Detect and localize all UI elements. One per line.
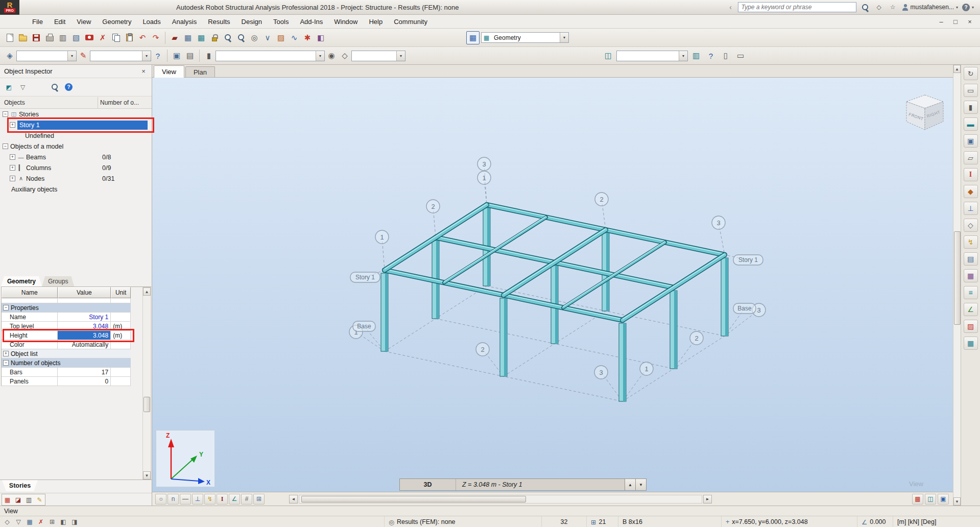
group-selection-icon[interactable]: ◎: [248, 31, 261, 44]
caret-down-icon[interactable]: ▾: [316, 51, 324, 61]
screen-capture-icon[interactable]: ▧: [69, 31, 83, 44]
delete-story-icon[interactable]: ▥: [24, 495, 34, 505]
scroll-right-icon[interactable]: ►: [703, 495, 712, 504]
scroll-down-icon[interactable]: ▼: [953, 497, 961, 506]
tree-column-objects[interactable]: Objects: [0, 97, 98, 108]
material-icon[interactable]: ◆: [964, 185, 978, 198]
tab-view[interactable]: View: [154, 65, 184, 78]
section-display-icon[interactable]: I: [217, 494, 228, 505]
prop-value[interactable]: 17: [58, 368, 111, 376]
grid-row-bars[interactable]: Bars 17: [2, 368, 131, 377]
units-indicator[interactable]: [m] [kN] [Deg]: [893, 516, 940, 527]
close-button[interactable]: ×: [963, 16, 977, 27]
properties-icon[interactable]: ▰: [168, 31, 181, 44]
search-input[interactable]: [738, 2, 856, 12]
tree-item-objects-of-model[interactable]: − Objects of a model: [0, 141, 152, 152]
prop-value[interactable]: 0: [58, 377, 111, 386]
tree-item-nodes[interactable]: + ∧ Nodes 0/31: [0, 173, 152, 184]
copy-icon[interactable]: [109, 31, 123, 44]
scroll-up-icon[interactable]: ▲: [953, 65, 961, 73]
window-cascade-icon[interactable]: ◨: [69, 517, 80, 526]
select-tool-icon[interactable]: ◈: [3, 49, 16, 62]
help-menu[interactable]: ? ▾: [962, 4, 974, 11]
support-icon[interactable]: ⊥: [964, 202, 978, 215]
prop-value[interactable]: Story 1: [58, 313, 111, 321]
story-properties-icon[interactable]: ◪: [13, 495, 23, 505]
release-icon[interactable]: ◇: [964, 219, 978, 232]
display-settings-icon[interactable]: ▤: [183, 49, 197, 62]
collapse-icon[interactable]: −: [3, 143, 8, 149]
caret-down-icon[interactable]: ▾: [679, 51, 687, 61]
cut-icon[interactable]: ✗: [36, 517, 46, 526]
zoom-icon[interactable]: [221, 31, 234, 44]
star-icon[interactable]: ☆: [888, 3, 898, 12]
tab-geometry[interactable]: Geometry: [1, 276, 42, 286]
scroll-up-icon[interactable]: ▲: [143, 288, 151, 296]
new-document-icon[interactable]: [3, 31, 16, 44]
menu-file[interactable]: File: [27, 16, 49, 28]
calculations-icon[interactable]: ✱: [301, 31, 314, 44]
menu-analysis[interactable]: Analysis: [166, 16, 202, 28]
save-icon[interactable]: [30, 31, 43, 44]
filter-icon[interactable]: ▽: [13, 517, 23, 526]
snap-settings-icon[interactable]: ◇: [2, 517, 12, 526]
walk-mode-icon[interactable]: ◉: [325, 49, 338, 62]
tree-column-number[interactable]: Number of o...: [98, 97, 152, 108]
level-indicator[interactable]: Z = 3.048 m - Story 1: [456, 479, 625, 490]
picture-icon[interactable]: ▣: [170, 49, 183, 62]
grid-scrollbar[interactable]: ▲ ▼: [142, 287, 151, 480]
grid-group-properties[interactable]: − Properties: [2, 303, 131, 313]
collapse-icon[interactable]: −: [3, 305, 9, 310]
section-view-icon[interactable]: ◫: [602, 49, 615, 62]
menu-help[interactable]: Help: [363, 16, 388, 28]
orbit-icon[interactable]: ↻: [964, 67, 978, 80]
maximize-button[interactable]: □: [948, 16, 963, 27]
link-mode-icon[interactable]: ◇: [338, 49, 351, 62]
paste-icon[interactable]: [123, 31, 136, 44]
camera-icon[interactable]: [83, 31, 96, 44]
object-field-combo[interactable]: ▾: [216, 51, 325, 61]
user-account[interactable]: mustafahesen... ▾: [902, 4, 958, 11]
prop-value[interactable]: 3.048: [58, 322, 111, 330]
binoculars-icon[interactable]: [861, 3, 870, 12]
menu-geometry[interactable]: Geometry: [97, 16, 137, 28]
grid-display-icon[interactable]: ⊞: [253, 494, 265, 505]
tab-groups[interactable]: Groups: [42, 276, 74, 286]
load-cases-icon[interactable]: ▤: [964, 252, 978, 266]
quick-help-icon[interactable]: ?: [704, 49, 718, 62]
expand-icon[interactable]: +: [10, 122, 15, 128]
menu-results[interactable]: Results: [202, 16, 235, 28]
menu-tools[interactable]: Tools: [268, 16, 294, 28]
caret-down-icon[interactable]: ▾: [142, 51, 151, 61]
menu-view[interactable]: View: [71, 16, 97, 28]
open-project-icon[interactable]: [16, 31, 30, 44]
design-icon[interactable]: ▨: [964, 320, 978, 333]
view-manager-icon[interactable]: ▦: [466, 31, 480, 44]
print-preview-icon[interactable]: ▥: [56, 31, 69, 44]
horizontal-scrollbar[interactable]: [299, 495, 702, 504]
menu-addins[interactable]: Add-Ins: [294, 16, 328, 28]
select-objects-icon[interactable]: ◩: [4, 82, 14, 92]
scrollbar-thumb[interactable]: [954, 231, 961, 325]
grid-row-top-level[interactable]: Top level 3.048 (m): [2, 322, 131, 331]
tab-plan[interactable]: Plan: [185, 66, 215, 77]
prop-value[interactable]: Automatically: [58, 340, 111, 349]
grid-row-panels[interactable]: Panels 0: [2, 377, 131, 386]
scrollbar-thumb[interactable]: [144, 397, 150, 412]
layout-tools-icon[interactable]: ◧: [314, 31, 327, 44]
3d-viewport[interactable]: 123123123123Story 1Story 1BaseBase FRONT…: [152, 78, 953, 492]
load-display-icon[interactable]: ↯: [204, 494, 216, 505]
panel-tool-icon[interactable]: ▣: [964, 134, 978, 148]
menu-edit[interactable]: Edit: [49, 16, 71, 28]
minimize-button[interactable]: –: [934, 16, 948, 27]
node-selection-combo[interactable]: ▾: [16, 51, 77, 61]
tables-icon[interactable]: ▦: [195, 31, 208, 44]
grid-icon[interactable]: ▦: [25, 517, 35, 526]
axes-display-icon[interactable]: ∠: [229, 494, 240, 505]
caret-down-icon[interactable]: ▾: [560, 33, 568, 42]
grid-group-object-list[interactable]: + Object list: [2, 349, 131, 358]
panel-close-icon[interactable]: ×: [139, 67, 148, 76]
grid-header-value[interactable]: Value: [58, 287, 111, 298]
window-layout-icon[interactable]: ◧: [58, 517, 68, 526]
layout-selector[interactable]: ▦ Geometry ▾: [481, 32, 569, 43]
